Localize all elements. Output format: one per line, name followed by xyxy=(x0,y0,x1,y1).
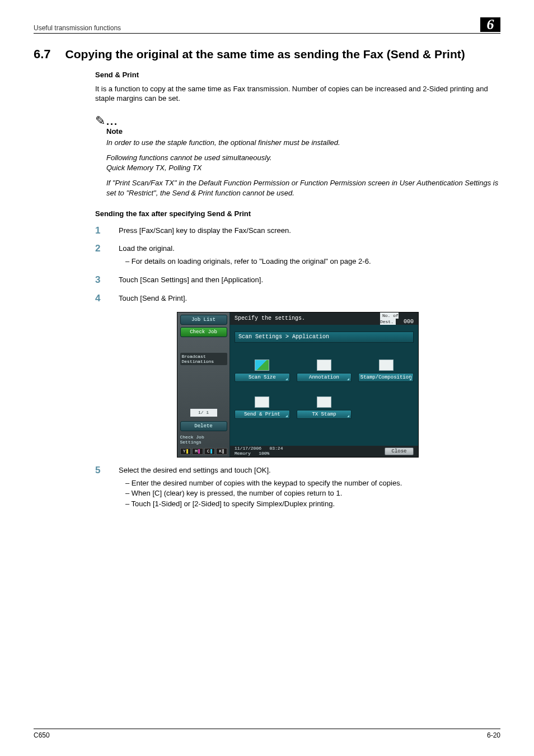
step-body: Touch [Scan Settings] and then [Applicat… xyxy=(119,275,263,286)
note-icon: ✎... xyxy=(95,114,500,128)
section-title: 6.7 Copying the original at the same tim… xyxy=(34,47,500,62)
note-body: In order to use the staple function, the… xyxy=(106,138,500,198)
top-instruction: Specify the settings. xyxy=(235,315,305,321)
job-list-button[interactable]: Job List xyxy=(180,315,227,325)
step-text: Load the original. xyxy=(119,244,175,253)
dest-count-value: 000 xyxy=(404,319,414,325)
step-number: 5 xyxy=(95,465,105,476)
step-text: Select the desired end settings and touc… xyxy=(119,466,271,474)
step-bullet: When [C] (clear) key is pressed, the num… xyxy=(119,488,402,499)
tx-stamp-button[interactable]: TX Stamp xyxy=(297,388,352,419)
note-label: Note xyxy=(106,127,500,136)
close-button[interactable]: Close xyxy=(385,447,414,455)
tx-stamp-icon xyxy=(317,396,331,408)
panel-topbar: Specify the settings. No. of Dest. 000 xyxy=(230,312,418,325)
device-panel: Job List Check Job Broadcast Destination… xyxy=(177,312,419,458)
note-p3: If "Print Scan/Fax TX" in the Default Fu… xyxy=(106,178,500,198)
step-number: 1 xyxy=(95,226,105,236)
panel-main: Specify the settings. No. of Dest. 000 S… xyxy=(230,312,418,457)
step-bullet: Enter the desired number of copies with … xyxy=(119,478,402,489)
note-block: ✎... Note In order to use the staple fun… xyxy=(95,114,500,198)
footer-right: 6-20 xyxy=(487,731,500,739)
step-1: 1 Press [Fax/Scan] key to display the Fa… xyxy=(95,226,500,236)
dest-count-label: No. of Dest. xyxy=(380,312,399,325)
step-number: 4 xyxy=(95,293,105,304)
toner-y: Y xyxy=(180,448,191,455)
step-body: Press [Fax/Scan] key to display the Fax/… xyxy=(119,226,291,236)
step-body: Select the desired end settings and touc… xyxy=(119,465,402,510)
annotation-button[interactable]: Annotation xyxy=(297,351,352,382)
toner-k: K xyxy=(216,448,227,455)
step-2: 2 Load the original. For details on load… xyxy=(95,244,500,267)
procedure-heading: Sending the fax after specifying Send & … xyxy=(95,209,500,218)
scan-size-icon xyxy=(255,360,269,371)
step-body: Load the original. For details on loadin… xyxy=(119,244,371,267)
intro-text: It is a function to copy at the same tim… xyxy=(95,85,500,104)
toner-m: M xyxy=(192,448,203,455)
chapter-indicator: 6 xyxy=(480,17,500,32)
breadcrumb: Scan Settings > Application xyxy=(235,332,414,343)
scan-size-button[interactable]: Scan Size xyxy=(235,351,290,382)
stamp-composition-button[interactable]: Stamp/Composition xyxy=(358,351,414,382)
stamp-composition-icon xyxy=(379,360,394,371)
step-body: Touch [Send & Print]. xyxy=(119,293,187,304)
check-job-button[interactable]: Check Job xyxy=(180,327,227,337)
note-p1: In order to use the staple function, the… xyxy=(106,138,500,148)
step-number: 3 xyxy=(95,275,105,286)
panel-sidebar: Job List Check Job Broadcast Destination… xyxy=(177,312,230,457)
panel-bottombar: 11/17/2006 03:24 Memory 100% Close xyxy=(230,446,418,457)
panel-datetime: 11/17/2006 03:24 Memory 100% xyxy=(235,446,283,456)
footer-left: C650 xyxy=(34,731,50,739)
send-print-button[interactable]: Send & Print xyxy=(235,388,290,419)
step-4: 4 Touch [Send & Print]. xyxy=(95,293,500,304)
step-bullet: For details on loading originals, refer … xyxy=(119,256,371,267)
running-head: Useful transmission functions xyxy=(34,24,121,32)
intro-subtitle: Send & Print xyxy=(95,71,500,79)
page-indicator: 1/ 1 xyxy=(190,409,217,417)
page-footer: C650 6-20 xyxy=(34,729,500,739)
page-header: Useful transmission functions 6 xyxy=(34,17,500,34)
annotation-icon xyxy=(317,360,331,371)
check-job-settings-link[interactable]: Check Job Settings xyxy=(180,435,227,445)
section-number: 6.7 xyxy=(34,47,51,62)
toner-levels: Y M C K xyxy=(180,448,227,455)
send-print-icon xyxy=(255,396,269,408)
section-heading: Copying the original at the same time as… xyxy=(65,48,465,61)
toner-c: C xyxy=(204,448,216,455)
step-number: 2 xyxy=(95,244,105,254)
step-bullet: Touch [1-Sided] or [2-Sided] to specify … xyxy=(119,499,402,510)
step-3: 3 Touch [Scan Settings] and then [Applic… xyxy=(95,275,500,286)
broadcast-destinations-label: Broadcast Destinations xyxy=(180,353,227,365)
step-5: 5 Select the desired end settings and to… xyxy=(95,465,500,510)
note-p2: Following functions cannot be used simul… xyxy=(106,153,500,172)
screenshot: Job List Check Job Broadcast Destination… xyxy=(95,312,500,458)
delete-button[interactable]: Delete xyxy=(180,421,227,431)
